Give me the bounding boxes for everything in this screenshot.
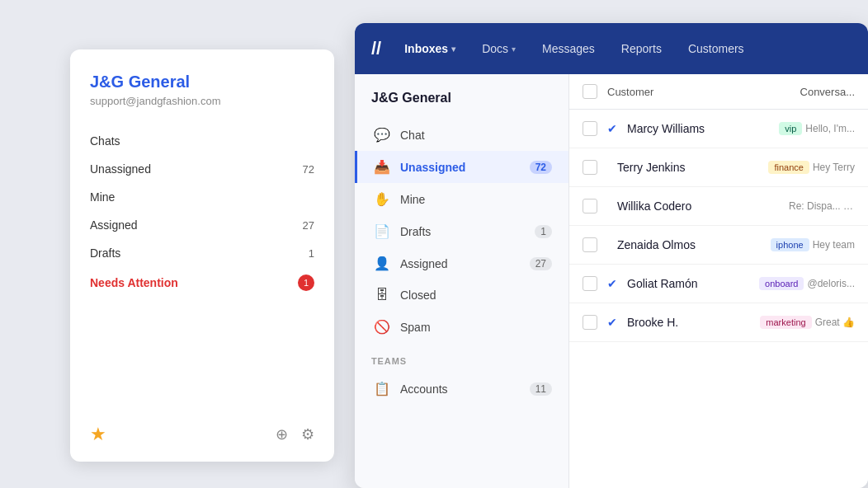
row-tags: Re: Dispa... awesome xyxy=(789,200,855,212)
sidebar-item-count-unassigned: 72 xyxy=(530,161,552,174)
nav-docs-label: Docs xyxy=(482,42,508,55)
bg-nav-unassigned[interactable]: Unassigned 72 xyxy=(90,155,314,183)
row-checkbox[interactable] xyxy=(583,199,597,214)
tag-onboard: onboard xyxy=(759,277,804,290)
row-snippet: Hey team xyxy=(813,239,855,251)
sidebar-item-label-closed: Closed xyxy=(400,289,552,302)
sidebar-item-label-chat: Chat xyxy=(400,129,552,142)
chat-icon: 💬 xyxy=(374,127,390,143)
bg-nav-label-unassigned: Unassigned xyxy=(90,162,151,176)
nav-reports-label: Reports xyxy=(621,42,662,55)
sidebar-title: J&G General xyxy=(355,91,568,119)
bg-sidebar-card: J&G General support@jandgfashion.com Cha… xyxy=(70,49,334,462)
sidebar-item-label-mine: Mine xyxy=(400,193,552,206)
customer-name: Brooke H. xyxy=(627,316,750,329)
bg-nav-mine[interactable]: Mine xyxy=(90,183,314,211)
nav-inboxes-label: Inboxes xyxy=(404,42,448,55)
check-circle-icon: ✔ xyxy=(607,316,617,329)
sidebar-item-drafts[interactable]: 📄 Drafts 1 xyxy=(355,215,568,247)
row-tags: vip Hello, I'm... xyxy=(779,122,855,135)
sidebar: J&G General 💬 Chat 📥 Unassigned 72 ✋ Min… xyxy=(355,74,569,488)
draft-icon: 📄 xyxy=(374,223,390,239)
bg-nav-count-needs-attention: 1 xyxy=(298,274,314,291)
row-checkbox[interactable] xyxy=(583,315,597,330)
row-checkbox[interactable] xyxy=(583,276,597,291)
nav-reports[interactable]: Reports xyxy=(611,37,672,60)
main-list: Customer Conversa... ✔ Marcy Williams vi… xyxy=(569,74,868,488)
customer-name: Terry Jenkins xyxy=(617,161,758,174)
nav-logo: // xyxy=(371,38,381,59)
settings-icon[interactable]: ⚙ xyxy=(301,425,314,443)
sidebar-item-accounts[interactable]: 📋 Accounts 11 xyxy=(355,373,568,405)
customer-name: Willika Codero xyxy=(617,199,779,213)
sidebar-item-count-accounts: 11 xyxy=(530,382,552,396)
header-checkbox[interactable] xyxy=(583,84,597,99)
list-item[interactable]: ✔ Goliat Ramón onboard @deloris... xyxy=(569,265,868,303)
tag-iphone: iphone xyxy=(771,238,809,251)
customer-name: Zenaida Olmos xyxy=(617,238,761,251)
bg-bottom-right-icons: ⊕ ⚙ xyxy=(276,425,314,443)
chevron-down-icon: ▾ xyxy=(512,45,516,54)
row-snippet: @deloris... xyxy=(807,278,855,289)
row-tags: onboard @deloris... xyxy=(759,277,855,290)
sidebar-item-label-assigned: Assigned xyxy=(400,257,520,270)
sidebar-item-label-accounts: Accounts xyxy=(400,382,520,396)
top-nav: // Inboxes ▾ Docs ▾ Messages Reports Cus… xyxy=(355,23,868,74)
row-checkbox[interactable] xyxy=(583,160,597,175)
list-item[interactable]: Willika Codero Re: Dispa... awesome xyxy=(569,187,868,226)
teams-section-label: TEAMS xyxy=(355,343,568,373)
nav-messages-label: Messages xyxy=(542,42,595,55)
header-customer-label: Customer xyxy=(607,86,800,98)
archive-icon: 🗄 xyxy=(374,288,390,303)
bg-inbox-title: J&G General xyxy=(90,73,314,92)
check-circle-icon: ✔ xyxy=(607,277,617,290)
sidebar-item-count-drafts: 1 xyxy=(535,225,552,238)
row-snippet: Re: Dispa... awesome xyxy=(789,200,855,212)
sidebar-item-label-spam: Spam xyxy=(400,321,552,334)
nav-messages[interactable]: Messages xyxy=(532,37,605,60)
sidebar-item-chat[interactable]: 💬 Chat xyxy=(355,119,568,151)
bg-nav-label-chats: Chats xyxy=(90,134,120,148)
spam-icon: 🚫 xyxy=(374,319,390,335)
bg-nav-assigned[interactable]: Assigned 27 xyxy=(90,211,314,239)
bg-nav-label-drafts: Drafts xyxy=(90,246,120,260)
list-item[interactable]: Zenaida Olmos iphone Hey team xyxy=(569,226,868,265)
bg-bottom-icons: ★ ⊕ ⚙ xyxy=(90,424,314,445)
row-checkbox[interactable] xyxy=(583,121,597,136)
accounts-icon: 📋 xyxy=(374,381,390,396)
nav-customers-label: Customers xyxy=(688,42,744,55)
row-snippet: Hello, I'm... xyxy=(805,123,855,134)
list-item[interactable]: Terry Jenkins finance Hey Terry xyxy=(569,148,868,187)
content-area: J&G General 💬 Chat 📥 Unassigned 72 ✋ Min… xyxy=(355,74,868,488)
bg-nav-drafts[interactable]: Drafts 1 xyxy=(90,239,314,267)
row-tags: iphone Hey team xyxy=(771,238,855,251)
sidebar-item-count-assigned: 27 xyxy=(530,257,552,270)
sidebar-item-closed[interactable]: 🗄 Closed xyxy=(355,279,568,311)
sidebar-item-assigned[interactable]: 👤 Assigned 27 xyxy=(355,247,568,279)
tag-finance: finance xyxy=(768,161,809,174)
sidebar-item-mine[interactable]: ✋ Mine xyxy=(355,183,568,215)
sidebar-item-unassigned[interactable]: 📥 Unassigned 72 xyxy=(355,151,568,183)
sidebar-item-label-unassigned: Unassigned xyxy=(400,161,520,174)
hand-icon: ✋ xyxy=(374,191,390,207)
customer-name: Marcy Williams xyxy=(627,122,769,135)
nav-docs[interactable]: Docs ▾ xyxy=(472,37,526,60)
list-item[interactable]: ✔ Brooke H. marketing Great 👍 xyxy=(569,303,868,342)
nav-customers[interactable]: Customers xyxy=(678,37,754,60)
inbox-icon: 📥 xyxy=(374,159,390,175)
bg-nav-chats[interactable]: Chats xyxy=(90,127,314,155)
list-header: Customer Conversa... xyxy=(569,74,868,110)
bg-nav-label-mine: Mine xyxy=(90,190,115,204)
star-icon[interactable]: ★ xyxy=(90,424,106,445)
customer-name: Goliat Ramón xyxy=(627,277,749,290)
row-checkbox[interactable] xyxy=(583,237,597,252)
chevron-down-icon: ▾ xyxy=(451,45,455,54)
nav-inboxes[interactable]: Inboxes ▾ xyxy=(394,37,465,60)
list-item[interactable]: ✔ Marcy Williams vip Hello, I'm... xyxy=(569,110,868,148)
bg-nav-needs-attention[interactable]: Needs Attention 1 xyxy=(90,267,314,298)
check-circle-icon: ✔ xyxy=(607,122,617,135)
add-icon[interactable]: ⊕ xyxy=(276,425,288,443)
bg-nav-count-unassigned: 72 xyxy=(303,163,314,176)
sidebar-item-spam[interactable]: 🚫 Spam xyxy=(355,311,568,343)
row-snippet: Hey Terry xyxy=(813,162,855,173)
